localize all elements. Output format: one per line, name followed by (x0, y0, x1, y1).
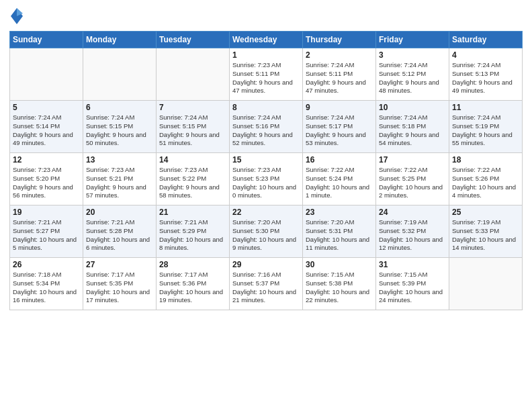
day-number: 1 (232, 50, 300, 60)
calendar-cell: 6Sunrise: 7:24 AM Sunset: 5:15 PM Daylig… (83, 101, 157, 153)
calendar-cell: 11Sunrise: 7:24 AM Sunset: 5:19 PM Dayli… (449, 101, 523, 153)
calendar-cell (157, 48, 230, 101)
day-info: Sunrise: 7:16 AM Sunset: 5:37 PM Dayligh… (232, 271, 300, 305)
day-number: 6 (86, 103, 153, 112)
day-number: 25 (452, 208, 519, 217)
day-number: 10 (379, 103, 446, 112)
day-info: Sunrise: 7:21 AM Sunset: 5:28 PM Dayligh… (86, 218, 153, 253)
day-info: Sunrise: 7:23 AM Sunset: 5:23 PM Dayligh… (232, 166, 300, 200)
calendar-cell: 1Sunrise: 7:23 AM Sunset: 5:11 PM Daylig… (230, 48, 303, 101)
weekday-header-monday: Monday (83, 32, 157, 48)
calendar-cell: 18Sunrise: 7:22 AM Sunset: 5:26 PM Dayli… (449, 153, 523, 205)
calendar-cell: 31Sunrise: 7:15 AM Sunset: 5:39 PM Dayli… (376, 258, 449, 310)
day-info: Sunrise: 7:17 AM Sunset: 5:35 PM Dayligh… (86, 271, 153, 305)
day-info: Sunrise: 7:24 AM Sunset: 5:11 PM Dayligh… (306, 61, 373, 95)
calendar-cell (449, 258, 523, 310)
day-number: 16 (306, 155, 373, 165)
calendar-cell: 2Sunrise: 7:24 AM Sunset: 5:11 PM Daylig… (303, 48, 376, 101)
day-info: Sunrise: 7:24 AM Sunset: 5:17 PM Dayligh… (306, 113, 373, 148)
calendar-cell: 8Sunrise: 7:24 AM Sunset: 5:16 PM Daylig… (230, 101, 303, 153)
day-number: 5 (13, 103, 80, 112)
day-info: Sunrise: 7:22 AM Sunset: 5:24 PM Dayligh… (306, 166, 373, 200)
calendar-cell: 25Sunrise: 7:19 AM Sunset: 5:33 PM Dayli… (449, 205, 523, 258)
calendar-cell: 29Sunrise: 7:16 AM Sunset: 5:37 PM Dayli… (230, 258, 303, 310)
day-number: 8 (232, 103, 300, 112)
calendar-cell: 14Sunrise: 7:23 AM Sunset: 5:22 PM Dayli… (157, 153, 230, 205)
day-info: Sunrise: 7:23 AM Sunset: 5:22 PM Dayligh… (159, 166, 226, 200)
header (9, 7, 523, 26)
calendar-cell (10, 48, 83, 101)
day-number: 28 (159, 260, 226, 269)
week-row-3: 12Sunrise: 7:23 AM Sunset: 5:20 PM Dayli… (10, 153, 523, 205)
day-number: 4 (452, 50, 519, 60)
day-number: 9 (306, 103, 373, 112)
day-number: 14 (159, 155, 226, 165)
calendar-cell: 19Sunrise: 7:21 AM Sunset: 5:27 PM Dayli… (10, 205, 83, 258)
day-number: 21 (159, 208, 226, 217)
day-info: Sunrise: 7:22 AM Sunset: 5:26 PM Dayligh… (452, 166, 519, 200)
calendar: SundayMondayTuesdayWednesdayThursdayFrid… (9, 31, 523, 310)
day-number: 22 (232, 208, 300, 217)
weekday-header-saturday: Saturday (449, 32, 523, 48)
day-number: 27 (86, 260, 153, 269)
calendar-cell: 13Sunrise: 7:23 AM Sunset: 5:21 PM Dayli… (83, 153, 157, 205)
day-info: Sunrise: 7:19 AM Sunset: 5:33 PM Dayligh… (452, 218, 519, 253)
page: SundayMondayTuesdayWednesdayThursdayFrid… (0, 0, 532, 411)
day-number: 13 (86, 155, 153, 165)
day-number: 2 (306, 50, 373, 60)
day-number: 23 (306, 208, 373, 217)
day-number: 31 (379, 260, 446, 269)
calendar-cell: 4Sunrise: 7:24 AM Sunset: 5:13 PM Daylig… (449, 48, 523, 101)
weekday-header-row: SundayMondayTuesdayWednesdayThursdayFrid… (10, 32, 523, 48)
day-info: Sunrise: 7:20 AM Sunset: 5:31 PM Dayligh… (306, 218, 373, 253)
calendar-cell: 15Sunrise: 7:23 AM Sunset: 5:23 PM Dayli… (230, 153, 303, 205)
day-number: 26 (13, 260, 80, 269)
logo-icon (11, 7, 23, 26)
week-row-1: 1Sunrise: 7:23 AM Sunset: 5:11 PM Daylig… (10, 48, 523, 101)
day-info: Sunrise: 7:23 AM Sunset: 5:11 PM Dayligh… (232, 61, 300, 95)
day-info: Sunrise: 7:15 AM Sunset: 5:38 PM Dayligh… (306, 271, 373, 305)
weekday-header-wednesday: Wednesday (230, 32, 303, 48)
calendar-cell: 7Sunrise: 7:24 AM Sunset: 5:15 PM Daylig… (157, 101, 230, 153)
day-number: 18 (452, 155, 519, 165)
day-info: Sunrise: 7:24 AM Sunset: 5:15 PM Dayligh… (159, 113, 226, 148)
day-number: 19 (13, 208, 80, 217)
calendar-cell: 20Sunrise: 7:21 AM Sunset: 5:28 PM Dayli… (83, 205, 157, 258)
day-number: 20 (86, 208, 153, 217)
day-info: Sunrise: 7:21 AM Sunset: 5:27 PM Dayligh… (13, 218, 80, 253)
calendar-cell: 27Sunrise: 7:17 AM Sunset: 5:35 PM Dayli… (83, 258, 157, 310)
day-number: 24 (379, 208, 446, 217)
day-info: Sunrise: 7:22 AM Sunset: 5:25 PM Dayligh… (379, 166, 446, 200)
calendar-cell: 23Sunrise: 7:20 AM Sunset: 5:31 PM Dayli… (303, 205, 376, 258)
day-info: Sunrise: 7:24 AM Sunset: 5:15 PM Dayligh… (86, 113, 153, 148)
weekday-header-friday: Friday (376, 32, 449, 48)
day-info: Sunrise: 7:20 AM Sunset: 5:30 PM Dayligh… (232, 218, 300, 253)
week-row-4: 19Sunrise: 7:21 AM Sunset: 5:27 PM Dayli… (10, 205, 523, 258)
day-number: 12 (13, 155, 80, 165)
day-number: 30 (306, 260, 373, 269)
day-info: Sunrise: 7:24 AM Sunset: 5:12 PM Dayligh… (379, 61, 446, 95)
calendar-cell: 30Sunrise: 7:15 AM Sunset: 5:38 PM Dayli… (303, 258, 376, 310)
calendar-cell: 5Sunrise: 7:24 AM Sunset: 5:14 PM Daylig… (10, 101, 83, 153)
logo (9, 7, 23, 26)
calendar-cell: 17Sunrise: 7:22 AM Sunset: 5:25 PM Dayli… (376, 153, 449, 205)
calendar-cell (83, 48, 157, 101)
calendar-cell: 12Sunrise: 7:23 AM Sunset: 5:20 PM Dayli… (10, 153, 83, 205)
day-info: Sunrise: 7:21 AM Sunset: 5:29 PM Dayligh… (159, 218, 226, 253)
day-number: 11 (452, 103, 519, 112)
weekday-header-tuesday: Tuesday (157, 32, 230, 48)
day-number: 3 (379, 50, 446, 60)
day-info: Sunrise: 7:24 AM Sunset: 5:13 PM Dayligh… (452, 61, 519, 95)
day-info: Sunrise: 7:15 AM Sunset: 5:39 PM Dayligh… (379, 271, 446, 305)
day-info: Sunrise: 7:24 AM Sunset: 5:19 PM Dayligh… (452, 113, 519, 148)
day-info: Sunrise: 7:23 AM Sunset: 5:20 PM Dayligh… (13, 166, 80, 200)
day-number: 29 (232, 260, 300, 269)
calendar-cell: 22Sunrise: 7:20 AM Sunset: 5:30 PM Dayli… (230, 205, 303, 258)
calendar-cell: 21Sunrise: 7:21 AM Sunset: 5:29 PM Dayli… (157, 205, 230, 258)
day-info: Sunrise: 7:19 AM Sunset: 5:32 PM Dayligh… (379, 218, 446, 253)
day-info: Sunrise: 7:18 AM Sunset: 5:34 PM Dayligh… (13, 271, 80, 305)
day-number: 7 (159, 103, 226, 112)
day-info: Sunrise: 7:23 AM Sunset: 5:21 PM Dayligh… (86, 166, 153, 200)
day-number: 17 (379, 155, 446, 165)
weekday-header-thursday: Thursday (303, 32, 376, 48)
